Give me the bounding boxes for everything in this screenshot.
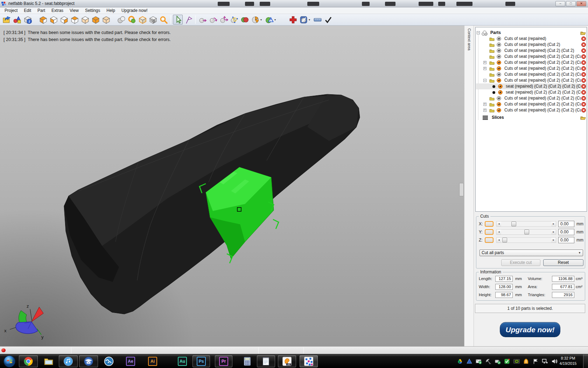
taskbar-after-effects[interactable]: Ae [123,355,138,367]
eye-icon[interactable] [497,42,501,47]
tray-nvidia-icon[interactable] [513,358,520,364]
delete-part-icon[interactable] [581,102,586,107]
view-top-icon[interactable] [70,15,79,25]
taskbar-notepad[interactable] [257,355,275,367]
slider-right-arrow-icon[interactable]: ▸ [551,222,556,226]
part-information-icon[interactable]: i [23,15,33,25]
cut-position-slider[interactable]: ◂ ▸ [496,237,556,243]
delete-part-icon[interactable] [581,90,586,95]
taskbar-photoshop[interactable]: Ps [192,355,210,367]
eye-icon[interactable] [497,66,501,71]
open-folder-icon[interactable] [580,30,586,35]
analysis-icon[interactable] [250,15,260,25]
show-parts-in-box-icon[interactable] [148,15,158,25]
start-button[interactable] [2,355,17,367]
eye-icon[interactable] [497,78,501,83]
chevron-down-icon[interactable]: ▾ [260,18,264,21]
upgrade-now-button[interactable]: Upgrade now! [500,322,560,337]
tree-item[interactable]: Cuts of seat (repaired) (Cut 2) (Cut 2) … [476,71,587,77]
menu-settings[interactable]: Settings [82,7,103,14]
viewport-scrollbar-thumb[interactable] [459,183,464,196]
cut-position-slider[interactable]: ◂ ▸ [496,229,556,235]
taskbar-calculator[interactable] [241,355,254,367]
tray-action-center-icon[interactable] [532,358,539,364]
delete-part-icon[interactable] [581,108,586,113]
cut-scope-select[interactable]: Cut all parts ▼ [479,250,583,256]
tree-item-part[interactable]: seat (repaired) (Cut 2) (Cut 2) (Cut 2) … [476,83,587,89]
tree-item[interactable]: + Cuts of seat (repaired) (Cut 2) (Cut 2… [476,101,587,107]
view-back-icon[interactable] [59,15,69,25]
taskbar-netfabb[interactable] [300,355,318,367]
taskbar-clock[interactable]: 8:32 PM 4/19/2015 [557,356,579,367]
slider-right-arrow-icon[interactable]: ▸ [551,238,556,243]
tray-antivirus-icon[interactable] [504,358,510,364]
reset-button[interactable]: Reset [543,259,583,266]
delete-part-icon[interactable] [581,66,586,71]
menu-extras[interactable]: Extras [48,7,66,14]
menu-part[interactable]: Part [34,7,48,14]
eye-icon[interactable] [497,60,501,65]
apply-icon[interactable] [323,15,333,25]
eye-icon[interactable] [497,54,501,59]
tree-item[interactable]: + Cuts of seat (repaired) (Cut 2) (Cut 2… [476,66,587,71]
eye-icon[interactable] [498,84,503,89]
menu-project[interactable]: Project [1,7,21,14]
delete-part-icon[interactable] [581,54,586,59]
view-left-icon[interactable] [91,15,100,25]
menu-edit[interactable]: Edit [21,7,34,14]
slider-left-arrow-icon[interactable]: ◂ [497,238,501,243]
show-all-parts-icon[interactable] [117,15,126,25]
view-bottom-icon[interactable] [80,15,90,25]
tray-volume-icon[interactable] [551,358,558,364]
tray-network-icon[interactable] [542,358,548,364]
delete-part-icon[interactable] [581,42,586,47]
close-button[interactable]: ✕ [576,1,586,6]
cut-plane-swatch-button[interactable] [485,221,493,227]
taskbar-premiere[interactable]: Pr [215,355,232,367]
delete-part-icon[interactable] [581,36,586,41]
tray-alert-icon[interactable] [523,358,529,364]
tree-root-parts[interactable]: − Parts [476,30,587,36]
tree-item[interactable]: Cuts of seat (repaired) (Cut 2) (Cut 2) … [476,54,587,60]
cut-position-slider[interactable]: ◂ ▸ [496,221,556,227]
tray-usb-icon[interactable] [495,358,501,364]
tree-item[interactable]: Cuts of seat (repaired) [476,36,587,42]
menu-upgrade-now[interactable]: Upgrade now! [118,7,151,14]
viewport-3d[interactable] [0,26,464,346]
tray-google-drive-icon[interactable] [457,358,463,364]
open-folder-icon[interactable] [580,115,586,120]
delete-part-icon[interactable] [581,48,586,53]
tree-item[interactable]: Cuts of seat (repaired) (Cut 2) (Cut 2) … [476,95,587,101]
eye-icon[interactable] [497,102,501,107]
cut-position-input[interactable]: 0.00 [558,237,574,243]
open-project-icon[interactable] [2,15,12,25]
expand-icon[interactable]: + [483,61,486,64]
execute-cut-button[interactable]: Execute cut [501,259,540,266]
tray-satellite-icon[interactable] [485,358,491,364]
minimize-button[interactable]: – [555,1,565,6]
eye-icon[interactable] [497,72,501,77]
eye-icon[interactable] [497,48,501,53]
taskbar-chrome[interactable] [19,355,38,367]
view-iso-icon[interactable] [38,15,48,25]
tree-item[interactable]: Cuts of seat (repaired) (Cut 2) (Cut 2) [476,48,587,54]
measure-icon[interactable] [313,15,322,25]
eye-icon[interactable] [497,108,501,113]
cut-plane-swatch-button[interactable] [485,229,493,235]
tree-item[interactable]: + Cuts of seat (repaired) (Cut 2) (Cut 2… [476,60,587,66]
taskbar-explorer[interactable] [41,355,56,367]
delete-part-icon[interactable] [581,78,586,83]
cut-position-input[interactable]: 0.00 [558,221,574,227]
delete-part-icon[interactable] [581,60,586,65]
eye-icon[interactable] [497,96,501,101]
taskbar-illustrator[interactable]: Ai [145,355,160,367]
delete-part-icon[interactable] [581,84,586,89]
move-part-icon[interactable] [198,15,208,25]
cut-icon[interactable] [299,15,308,25]
view-right-icon[interactable] [101,15,111,25]
edit-triangles-icon[interactable] [229,15,239,25]
scale-part-icon[interactable] [219,15,229,25]
eye-icon[interactable] [498,90,503,95]
add-icon[interactable] [288,15,298,25]
chevron-down-icon[interactable]: ▾ [309,18,312,21]
